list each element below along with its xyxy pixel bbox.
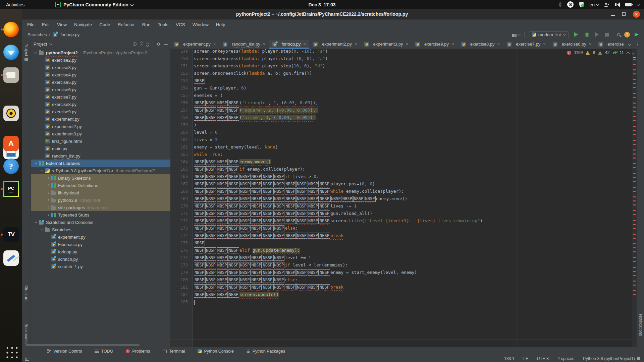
- tab-close-icon[interactable]: ×: [263, 42, 266, 47]
- gear-icon[interactable]: [157, 43, 160, 46]
- dock-app-tv[interactable]: TV: [3, 227, 19, 242]
- run-button[interactable]: [574, 32, 580, 37]
- tree-item[interactable]: experiment.py: [31, 115, 170, 123]
- menu-item-run[interactable]: Run: [139, 22, 154, 27]
- tree-item[interactable]: experiment3.py: [31, 130, 170, 137]
- chevron-right-icon[interactable]: [45, 177, 51, 179]
- error-stripe[interactable]: [632, 49, 637, 347]
- app-menu[interactable]: PC PyCharm Community Edition: [55, 2, 133, 7]
- editor-tab[interactable]: random_list.py×: [219, 40, 269, 49]
- breadcrumb[interactable]: Scratches › forloop.py: [28, 32, 79, 37]
- tree-item[interactable]: Fibonacci.py: [31, 241, 170, 248]
- chevron-right-icon[interactable]: [45, 214, 51, 216]
- tree-item[interactable]: exercise9.py: [31, 108, 170, 115]
- dock-app-editor[interactable]: [3, 250, 19, 266]
- tab-close-icon[interactable]: ×: [451, 42, 454, 47]
- menu-item-vcs[interactable]: VCS: [172, 22, 189, 27]
- tree-item[interactable]: python3.8library root: [31, 196, 170, 204]
- tree-item[interactable]: site-packageslibrary root: [31, 204, 170, 211]
- volume-icon[interactable]: [615, 2, 620, 7]
- menu-item-navigate[interactable]: Navigate: [70, 22, 96, 27]
- chevron-right-icon[interactable]: [45, 192, 51, 194]
- tool-strip-bookmarks[interactable]: Bookmarks: [24, 323, 29, 344]
- select-opened-file-icon[interactable]: [133, 42, 137, 46]
- prev-problem-icon[interactable]: [627, 52, 630, 55]
- editor-tab[interactable]: exercise7.py×: [503, 40, 549, 49]
- chevron-right-icon[interactable]: [45, 206, 51, 208]
- hide-panel-icon[interactable]: [164, 44, 168, 45]
- tool-window-button-terminal[interactable]: Terminal: [163, 349, 185, 354]
- dock-app-software[interactable]: A: [3, 136, 19, 151]
- toolbox-icon[interactable]: [634, 32, 639, 37]
- tab-list-chevron-icon[interactable]: [628, 43, 631, 46]
- menu-item-window[interactable]: Window: [189, 22, 212, 27]
- tree-item[interactable]: Scratches: [31, 226, 170, 233]
- menu-item-file[interactable]: File: [23, 22, 38, 27]
- tool-window-button-python-console[interactable]: Python Console: [198, 349, 233, 354]
- tree-item[interactable]: lib-dynload: [31, 189, 170, 196]
- tool-strip-project[interactable]: Project: [24, 44, 29, 61]
- tree-item[interactable]: first_figure.html: [31, 137, 170, 145]
- tool-window-button-python-packages[interactable]: Python Packages: [247, 349, 285, 354]
- editor-tab[interactable]: experiment3.py×: [361, 40, 412, 49]
- collapse-all-icon[interactable]: [147, 42, 149, 46]
- chevron-down-icon[interactable]: [33, 222, 39, 223]
- status-item-4[interactable]: Python 3.8 (pythonProject1): [583, 356, 635, 361]
- tree-item[interactable]: forloop.py: [31, 248, 170, 255]
- code-with-me-users-button[interactable]: [512, 32, 520, 37]
- editor-tab[interactable]: experiment.py×: [170, 40, 219, 49]
- menu-item-help[interactable]: Help: [212, 22, 229, 27]
- editor-tab[interactable]: exercise8.py×: [458, 40, 503, 49]
- close-button[interactable]: ✕: [633, 11, 640, 18]
- inspections-widget[interactable]: ! 1199 8 42 ✔✔ 11: [567, 50, 635, 55]
- next-problem-icon[interactable]: [632, 51, 635, 54]
- tree-item[interactable]: Binary Skeletons: [31, 174, 170, 182]
- dock-app-firefox[interactable]: [3, 22, 19, 37]
- ide-update-icon[interactable]: ↑: [624, 32, 630, 38]
- restore-button[interactable]: [622, 12, 626, 16]
- dock-app-thunderbird[interactable]: [3, 45, 19, 60]
- tool-window-button-version-control[interactable]: Version Control: [47, 349, 82, 354]
- dock-app-pycharm[interactable]: PC: [3, 181, 19, 197]
- tool-window-toggle-icon[interactable]: [25, 357, 29, 361]
- debug-button[interactable]: [584, 32, 590, 37]
- tab-close-icon[interactable]: ×: [497, 42, 500, 47]
- tool-strip-structure[interactable]: Structure: [24, 285, 29, 302]
- project-tree-hscrollbar[interactable]: [25, 344, 140, 346]
- expand-all-icon[interactable]: [141, 42, 143, 46]
- chevron-down-icon[interactable]: [33, 52, 39, 53]
- editor-tab[interactable]: exercise6.py×: [549, 40, 595, 49]
- menu-item-view[interactable]: View: [53, 22, 70, 27]
- tool-strip-notifications[interactable]: Notifications: [638, 314, 643, 336]
- menu-item-refactor[interactable]: Refactor: [114, 22, 139, 27]
- tree-item[interactable]: Typeshed Stubs: [31, 211, 170, 219]
- tab-close-icon[interactable]: ×: [406, 42, 408, 47]
- search-everywhere-icon[interactable]: [617, 33, 620, 36]
- code-editor[interactable]: 149screen.onkeypress(lambda: player.step…: [170, 49, 632, 347]
- system-tray[interactable]: S en: [558, 1, 644, 8]
- tree-item[interactable]: pythonProject2~/PycharmProjects/pythonPr…: [31, 49, 170, 56]
- run-coverage-button[interactable]: [595, 32, 601, 37]
- tool-window-button-problems[interactable]: !Problems: [126, 349, 150, 354]
- dock-app-rhythmbox[interactable]: [3, 106, 19, 121]
- tree-item[interactable]: exercise8.py: [31, 101, 170, 108]
- menu-item-tools[interactable]: Tools: [154, 22, 172, 27]
- run-configuration-select[interactable]: random_list: [529, 31, 569, 38]
- status-item-2[interactable]: UTF-8: [537, 356, 549, 361]
- dock-app-help[interactable]: ?: [3, 159, 19, 174]
- tab-close-icon[interactable]: ×: [355, 42, 357, 47]
- chevron-right-icon[interactable]: [45, 199, 51, 201]
- status-item-0[interactable]: 183:1: [504, 356, 515, 361]
- tree-item[interactable]: random_list.py: [31, 152, 170, 160]
- editor-tab[interactable]: experiment2.py×: [309, 40, 360, 49]
- tree-item[interactable]: exercise2.py: [31, 56, 170, 64]
- project-panel-header[interactable]: Project: [31, 40, 170, 49]
- tree-item[interactable]: scratch_1.py: [31, 263, 170, 270]
- tree-item[interactable]: experiment.py: [31, 233, 170, 241]
- chevron-down-icon[interactable]: [39, 170, 45, 171]
- tree-item[interactable]: exercise3.py: [31, 64, 170, 71]
- activities-button[interactable]: Activities: [0, 2, 31, 7]
- tab-close-icon[interactable]: ×: [589, 42, 592, 47]
- tab-options-kebab-icon[interactable]: ⋮: [635, 42, 640, 47]
- editor-tab[interactable]: exercise9.py×: [412, 40, 458, 49]
